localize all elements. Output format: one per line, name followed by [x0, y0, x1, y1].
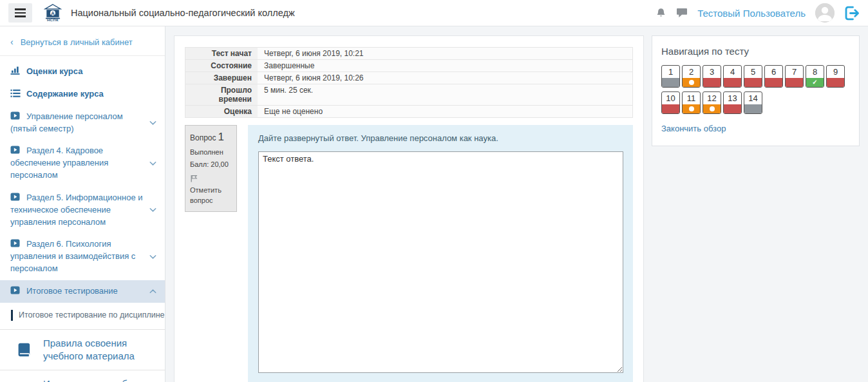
college-logo-icon: А	[44, 4, 62, 19]
list-icon	[10, 89, 21, 99]
quiz-nav-number: 10	[662, 92, 679, 104]
quiz-nav-state-pending	[662, 78, 679, 87]
sidebar-resource-link[interactable]: Правила освоения учебного материала	[0, 330, 165, 371]
quiz-nav-state-incorrect	[786, 78, 803, 87]
quiz-nav-number: 9	[827, 66, 844, 78]
summary-label: Оценка	[185, 106, 258, 117]
question-info-box: Вопрос1 Выполнен Балл: 20,00 Отметить во…	[185, 125, 237, 212]
sidebar-item[interactable]: Раздел 6. Психология управления и взаимо…	[0, 233, 165, 280]
check-icon: ✓	[812, 79, 817, 86]
chevron-left-icon: ‹	[10, 37, 14, 47]
sidebar-item-label: Содержание курса	[26, 89, 104, 99]
summary-value: Четверг, 6 июня 2019, 10:26	[258, 72, 632, 84]
sidebar-item-label: Управление персоналом (пятый семестр)	[10, 111, 123, 133]
quiz-nav-number: 4	[724, 66, 741, 78]
quiz-nav-button[interactable]: 5	[744, 65, 762, 88]
quiz-nav-button[interactable]: 8✓	[806, 65, 824, 88]
quiz-nav-button[interactable]: 10	[661, 91, 680, 114]
summary-label: Тест начат	[185, 48, 258, 59]
quiz-nav-grid: 12345678✓91011121314	[661, 65, 848, 114]
answer-textarea[interactable]: Текст ответа.	[258, 151, 623, 373]
sidebar-item[interactable]: Раздел 5. Информационное и техническое о…	[0, 187, 165, 234]
quiz-nav-state-incorrect	[765, 78, 782, 87]
quiz-nav-state-partial	[683, 78, 700, 87]
summary-label: Прошло времени	[185, 84, 258, 105]
partial-dot-icon	[689, 106, 694, 111]
play-icon	[10, 192, 21, 202]
book-icon	[14, 341, 34, 359]
college-logo-text: НСПК	[47, 18, 59, 22]
quiz-nav-button[interactable]: 12	[703, 91, 721, 114]
quiz-review-panel: Тест начатЧетверг, 6 июня 2019, 10:21Сос…	[174, 35, 644, 382]
flag-question-link[interactable]: Отметить вопрос	[190, 174, 232, 206]
chevron-down-icon[interactable]	[149, 161, 156, 166]
quiz-nav-number: 7	[786, 66, 803, 78]
summary-label: Состояние	[185, 60, 258, 72]
bar-chart-icon	[10, 66, 21, 75]
quiz-nav-state-incorrect	[703, 78, 721, 87]
active-indicator-bar	[11, 310, 13, 321]
messages-button[interactable]	[676, 8, 688, 18]
quiz-nav-state-incorrect	[724, 104, 741, 113]
summary-label: Завершен	[185, 72, 258, 84]
sidebar-item[interactable]: Оценки курса	[0, 61, 165, 83]
quiz-nav-button[interactable]: 3	[703, 65, 721, 88]
svg-text:А: А	[51, 10, 55, 17]
quiz-nav-button[interactable]: 9	[826, 65, 845, 88]
logout-button[interactable]	[844, 6, 860, 21]
quiz-nav-state-incorrect	[724, 78, 741, 87]
chevron-down-icon[interactable]	[149, 254, 156, 259]
sidebar-item[interactable]: Содержание курса	[0, 83, 165, 106]
quiz-nav-number: 8	[806, 66, 824, 78]
sidebar-resource-link[interactable]: ?Инструкция по работе в системе обучения	[0, 370, 165, 382]
summary-row: ЗавершенЧетверг, 6 июня 2019, 10:26	[185, 72, 632, 84]
sidebar-item[interactable]: Управление персоналом (пятый семестр)	[0, 106, 165, 140]
quiz-nav-state-incorrect	[662, 104, 679, 113]
summary-row: СостояниеЗавершенные	[185, 60, 632, 72]
quiz-nav-state-incorrect	[827, 78, 844, 87]
hamburger-menu-button[interactable]	[8, 3, 32, 23]
summary-row: Тест начатЧетверг, 6 июня 2019, 10:21	[185, 48, 632, 60]
bell-icon	[656, 8, 666, 19]
sidebar-subitem-active[interactable]: Итоговое тестирование по дисциплине	[0, 304, 165, 329]
quiz-nav-button[interactable]: 6	[764, 65, 783, 88]
summary-row: Прошло времени5 мин. 25 сек.	[185, 84, 632, 106]
attempt-summary-table: Тест начатЧетверг, 6 июня 2019, 10:21Сос…	[185, 47, 633, 118]
question-number: Вопрос1	[190, 131, 232, 144]
partial-dot-icon	[710, 106, 715, 111]
chevron-up-icon[interactable]	[149, 289, 156, 294]
user-name-link[interactable]: Тестовый Пользователь	[697, 8, 806, 19]
chevron-down-icon[interactable]	[149, 120, 156, 125]
chevron-down-icon[interactable]	[149, 208, 156, 213]
back-to-dashboard-link[interactable]: ‹Вернуться в личный кабинет	[0, 26, 165, 55]
page-title: Национальный социально-педагогический ко…	[71, 8, 295, 18]
summary-value: Четверг, 6 июня 2019, 10:21	[258, 48, 632, 59]
partial-dot-icon	[689, 80, 694, 85]
quiz-nav-number: 1	[662, 66, 679, 78]
quiz-navigation-title: Навигация по тесту	[661, 46, 850, 57]
quiz-navigation-panel: Навигация по тесту 12345678✓91011121314 …	[652, 35, 860, 146]
quiz-nav-button[interactable]: 7	[785, 65, 804, 88]
summary-value: 5 мин. 25 сек.	[258, 84, 632, 105]
quiz-nav-number: 3	[703, 66, 721, 78]
notifications-button[interactable]	[656, 8, 666, 19]
summary-row: ОценкаЕще не оценено	[185, 106, 632, 118]
quiz-nav-button[interactable]: 11	[682, 91, 701, 114]
quiz-nav-button[interactable]: 2	[682, 65, 701, 88]
sidebar-item[interactable]: Раздел 4. Кадровое обеспечение управлени…	[0, 140, 165, 187]
sidebar-resource-label: Правила освоения учебного материала	[43, 337, 156, 363]
avatar[interactable]	[815, 3, 835, 23]
quiz-nav-button[interactable]: 4	[723, 65, 742, 88]
sidebar-item-label: Оценки курса	[26, 66, 82, 76]
play-icon	[10, 145, 21, 155]
sidebar-item[interactable]: Итоговое тестирование	[0, 280, 165, 303]
quiz-nav-state-partial	[703, 104, 721, 113]
finish-review-link[interactable]: Закончить обзор	[661, 124, 726, 133]
quiz-nav-state-incorrect	[744, 78, 762, 87]
quiz-nav-number: 5	[744, 66, 762, 78]
quiz-nav-button[interactable]: 13	[723, 91, 742, 114]
quiz-nav-button[interactable]: 1	[661, 65, 680, 88]
quiz-nav-button[interactable]: 14	[744, 91, 762, 114]
play-icon	[10, 111, 21, 120]
college-logo[interactable]: А НСПК	[42, 4, 63, 22]
